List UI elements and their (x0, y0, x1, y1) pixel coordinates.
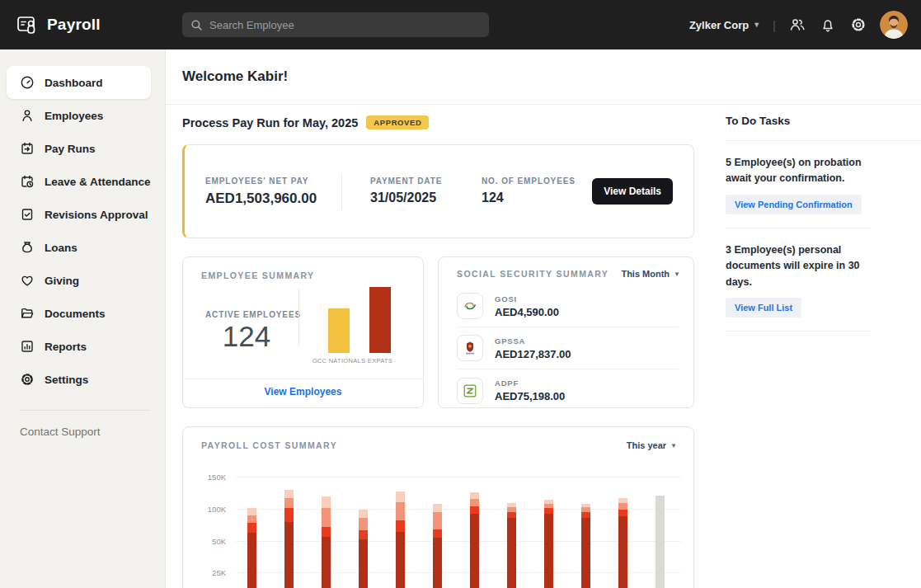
org-switcher[interactable]: Zylker Corp ▼ (689, 19, 760, 31)
payroll-cost-title: PAYROLL COST SUMMARY (201, 440, 337, 450)
todo-action-button[interactable]: View Full List (726, 298, 801, 318)
fund-name: GOSI (495, 294, 559, 303)
employee-summary-card: EMPLOYEE SUMMARY ACTIVE EMPLOYEES 124 GC… (182, 256, 424, 408)
social-security-title: SOCIAL SECURITY SUMMARY (457, 269, 609, 279)
topbar: Payroll Zylker Corp ▼ | (0, 0, 921, 49)
chevron-down-icon: ▼ (670, 442, 677, 449)
stacked-bar-month-6 (433, 504, 442, 588)
employee-count-label: NO. OF EMPLOYEES (482, 176, 576, 186)
search-bar[interactable] (182, 12, 489, 37)
topbar-separator: | (773, 18, 776, 32)
sidebar-item-leave-attendance[interactable]: Leave & Attendance (7, 165, 151, 198)
social-security-row-gosi: GOSIAED4,590.00 (457, 285, 679, 327)
segment-dark (322, 537, 331, 588)
segment-red (359, 530, 368, 539)
y-axis-tick: 150K (191, 473, 226, 482)
todo-divider (726, 331, 870, 332)
segment-salmon (470, 499, 479, 506)
gear-icon[interactable] (849, 16, 867, 34)
dashboard-icon (20, 75, 35, 90)
payroll-cost-card: PAYROLL COST SUMMARY This year ▼ 150K100… (182, 426, 694, 588)
segment-red (581, 512, 590, 518)
segment-dark (433, 538, 442, 588)
dashboard-content: Process Pay Run for May, 2025 APPROVED E… (166, 105, 921, 588)
segment-red (544, 508, 553, 514)
active-employees-label: ACTIVE EMPLOYEES (205, 310, 301, 319)
reports-icon (20, 339, 35, 354)
settings-icon (20, 372, 35, 387)
gridline (236, 572, 681, 573)
todo-task-text: 3 Employee(s) personal documents will ex… (726, 242, 886, 290)
search-icon (190, 19, 203, 31)
employee-footer-divider (183, 379, 423, 379)
sidebar-item-employees[interactable]: Employees (7, 99, 151, 132)
sidebar-item-label: Employees (45, 110, 103, 122)
todo-divider (726, 228, 870, 228)
todo-divider (726, 140, 921, 141)
payrun-section-title: Process Pay Run for May, 2025 (182, 116, 358, 129)
sidebar: DashboardEmployeesPay RunsLeave & Attend… (0, 49, 166, 588)
segment-pink (470, 492, 479, 499)
org-name: Zylker Corp (689, 19, 749, 31)
avatar[interactable] (880, 11, 908, 39)
sidebar-item-settings[interactable]: Settings (7, 363, 151, 396)
sidebar-item-dashboard[interactable]: Dashboard (7, 66, 151, 99)
view-employees-link[interactable]: View Employees (183, 386, 423, 397)
sidebar-item-reports[interactable]: Reports (7, 330, 151, 363)
period-value: This Month (621, 269, 670, 279)
social-security-period-dropdown[interactable]: This Month ▼ (621, 269, 680, 279)
sidebar-item-documents[interactable]: Documents (7, 297, 151, 330)
search-input[interactable] (209, 19, 481, 31)
fund-name: ADPF (495, 379, 565, 388)
stacked-bar-month-5 (396, 492, 405, 588)
bell-icon[interactable] (819, 16, 837, 34)
contact-support-link[interactable]: Contact Support (20, 426, 165, 438)
todo-action-button[interactable]: View Pending Confirmation (726, 195, 862, 214)
chevron-down-icon: ▼ (674, 270, 680, 278)
payment-date-label: PAYMENT DATE (370, 176, 442, 186)
sidebar-item-pay-runs[interactable]: Pay Runs (7, 132, 151, 165)
segment-dark (396, 532, 405, 588)
adpf-logo-icon (457, 378, 483, 404)
payment-date-value: 31/05/2025 (370, 191, 442, 205)
todo-title: To Do Tasks (726, 115, 921, 127)
segment-salmon (396, 502, 405, 520)
leave-attendance-icon (20, 174, 35, 189)
sidebar-item-label: Dashboard (45, 77, 103, 89)
segment-red (618, 510, 627, 516)
segment-red (507, 512, 516, 518)
stacked-bar-month-8 (507, 503, 516, 588)
segment-pink (322, 496, 331, 508)
employee-count-value: 124 (482, 191, 576, 205)
bar-category-label: EXPATS (347, 357, 413, 365)
segment-dark (359, 539, 368, 588)
welcome-row: Welcome Kabir! (166, 49, 921, 105)
sidebar-item-giving[interactable]: Giving (7, 264, 151, 297)
payroll-cost-period-dropdown[interactable]: This year ▼ (627, 440, 677, 450)
segment-red (322, 527, 331, 538)
employees-icon (20, 108, 35, 123)
view-details-button[interactable]: View Details (592, 178, 673, 205)
gridline (236, 541, 681, 542)
segment-red (470, 506, 479, 514)
pay-runs-icon (20, 141, 35, 156)
todo-list: 5 Employee(s) on probation await your co… (726, 140, 921, 332)
fund-amount: AED127,837.00 (495, 348, 571, 360)
sidebar-item-revisions-approval[interactable]: Revisions Approval (7, 198, 151, 231)
segment-red (284, 508, 294, 522)
segment-pink (359, 510, 368, 518)
segment-salmon (433, 512, 442, 529)
people-icon[interactable] (788, 16, 806, 34)
social-security-rows: GOSIAED4,590.00GPSSAAED127,837.00ADPFAED… (457, 285, 679, 412)
sidebar-item-loans[interactable]: Loans (7, 231, 151, 264)
status-badge: APPROVED (366, 115, 429, 129)
app-title: Payroll (47, 16, 101, 34)
net-pay-label: EMPLOYEES' NET PAY (205, 176, 317, 186)
todo-task-text: 5 Employee(s) on probation await your co… (726, 155, 886, 187)
sidebar-divider (20, 410, 150, 411)
app-brand: Payroll (0, 14, 101, 36)
stacked-bar-month-2 (284, 490, 294, 588)
stat-divider (341, 175, 342, 209)
segment-dark (470, 514, 479, 588)
sidebar-item-label: Documents (45, 308, 106, 320)
